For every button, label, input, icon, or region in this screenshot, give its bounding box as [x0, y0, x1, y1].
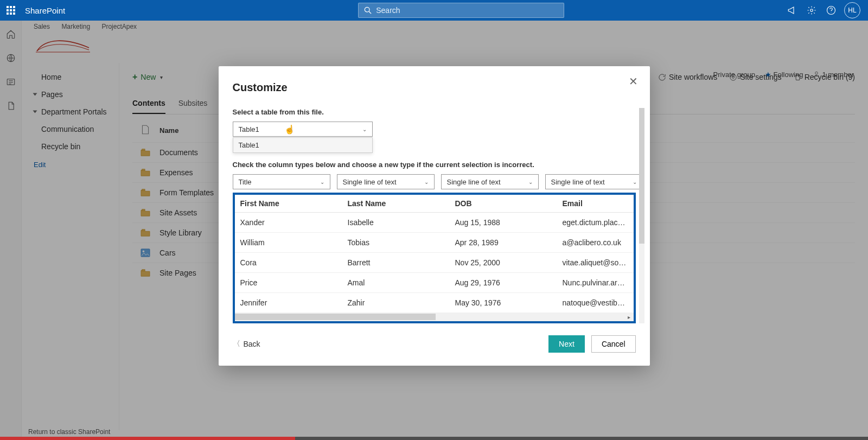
table-row: XanderIsabelleAug 15, 1988eget.dictum.pl… — [235, 213, 634, 233]
preview-table: First Name Last Name DOB Email XanderIsa… — [235, 195, 634, 313]
cursor-icon: ☝ — [284, 124, 295, 135]
table-cell: eget.dictum.placerat@r — [557, 213, 634, 233]
modal-v-scrollbar-thumb[interactable] — [639, 108, 644, 244]
coltype-select-3[interactable]: Single line of text⌄ — [545, 174, 643, 189]
svg-line-10 — [369, 11, 371, 14]
svg-rect-3 — [7, 9, 9, 11]
table-cell: Xander — [235, 213, 342, 233]
column-type-row: Title⌄ Single line of text⌄ Single line … — [233, 174, 636, 189]
cancel-button[interactable]: Cancel — [591, 335, 636, 353]
table-cell: vitae.aliquet@sociisnat — [557, 253, 634, 273]
table-cell: William — [235, 233, 342, 253]
table-cell: Isabelle — [342, 213, 450, 233]
close-icon[interactable]: ✕ — [629, 76, 638, 87]
search-icon — [364, 7, 372, 14]
select-table-label: Select a table from this file. — [233, 108, 636, 116]
table-row: CoraBarrettNov 25, 2000vitae.aliquet@soc… — [235, 253, 634, 273]
back-button[interactable]: 〈Back — [233, 339, 260, 349]
video-progress-bar[interactable] — [0, 437, 868, 440]
svg-rect-7 — [10, 12, 12, 15]
video-played — [0, 437, 295, 440]
check-columns-label: Check the column types below and choose … — [233, 161, 636, 169]
table-cell: natoque@vestibulumlo — [557, 293, 634, 313]
table-cell: Cora — [235, 253, 342, 273]
svg-point-11 — [810, 9, 813, 12]
svg-rect-0 — [7, 6, 9, 8]
modal-footer: 〈Back Next Cancel — [233, 335, 636, 353]
table-h-scrollbar-thumb[interactable] — [235, 314, 436, 320]
chevron-down-icon: ⌄ — [528, 179, 533, 185]
app-launcher-icon[interactable] — [4, 4, 17, 17]
table-row: WilliamTobiasApr 28, 1989a@aclibero.co.u… — [235, 233, 634, 253]
table-cell: Amal — [342, 273, 450, 293]
chevron-down-icon: ⌄ — [424, 179, 429, 185]
table-cell: Apr 28, 1989 — [450, 233, 557, 253]
gear-icon[interactable] — [802, 0, 821, 21]
modal-title: Customize — [233, 81, 636, 94]
th-lastname: Last Name — [342, 195, 450, 213]
table-row: JenniferZahirMay 30, 1976natoque@vestibu… — [235, 293, 634, 313]
svg-point-13 — [831, 12, 832, 13]
table-cell: May 30, 1976 — [450, 293, 557, 313]
search-input[interactable] — [376, 6, 558, 15]
coltype-select-0[interactable]: Title⌄ — [233, 174, 330, 189]
table-cell: Barrett — [342, 253, 450, 273]
table-select-value: Table1 — [239, 125, 259, 133]
chevron-down-icon: ⌄ — [362, 126, 367, 132]
suite-bar: SharePoint HL — [0, 0, 868, 21]
search-wrap — [358, 3, 564, 18]
svg-rect-8 — [13, 12, 15, 15]
modal-overlay: ✕ Customize Select a table from this fil… — [0, 21, 868, 440]
table-cell: Zahir — [342, 293, 450, 313]
table-h-scrollbar[interactable]: ▸ — [235, 313, 634, 321]
table-row: PriceAmalAug 29, 1976Nunc.pulvinar.arcu@… — [235, 273, 634, 293]
table-select-option[interactable]: Table1 — [233, 137, 373, 153]
coltype-select-2[interactable]: Single line of text⌄ — [441, 174, 539, 189]
coltype-select-1[interactable]: Single line of text⌄ — [337, 174, 435, 189]
svg-point-12 — [827, 7, 835, 15]
search-box[interactable] — [358, 3, 564, 18]
table-cell: Nov 25, 2000 — [450, 253, 557, 273]
svg-rect-6 — [7, 12, 9, 15]
svg-rect-2 — [13, 6, 15, 8]
svg-point-9 — [365, 7, 370, 12]
table-cell: Aug 15, 1988 — [450, 213, 557, 233]
th-email: Email — [557, 195, 634, 213]
th-dob: DOB — [450, 195, 557, 213]
user-avatar[interactable]: HL — [844, 2, 860, 18]
chevron-down-icon: ⌄ — [633, 179, 637, 185]
table-cell: Jennifer — [235, 293, 342, 313]
table-cell: Price — [235, 273, 342, 293]
table-select[interactable]: Table1 ⌄ ☝ — [233, 122, 373, 137]
table-cell: a@aclibero.co.uk — [557, 233, 634, 253]
next-button[interactable]: Next — [548, 335, 585, 353]
customize-modal: ✕ Customize Select a table from this fil… — [219, 66, 650, 366]
svg-rect-1 — [10, 6, 12, 8]
help-icon[interactable] — [821, 0, 841, 21]
preview-table-box: First Name Last Name DOB Email XanderIsa… — [233, 193, 636, 323]
megaphone-icon[interactable] — [782, 0, 802, 21]
table-cell: Tobias — [342, 233, 450, 253]
th-firstname: First Name — [235, 195, 342, 213]
chevron-left-icon: 〈 — [233, 339, 240, 349]
svg-rect-4 — [10, 9, 12, 11]
scroll-right-icon[interactable]: ▸ — [626, 314, 633, 320]
table-cell: Aug 29, 1976 — [450, 273, 557, 293]
chevron-down-icon: ⌄ — [320, 179, 324, 185]
table-cell: Nunc.pulvinar.arcu@co — [557, 273, 634, 293]
brand-label[interactable]: SharePoint — [25, 6, 65, 15]
svg-rect-5 — [13, 9, 15, 11]
